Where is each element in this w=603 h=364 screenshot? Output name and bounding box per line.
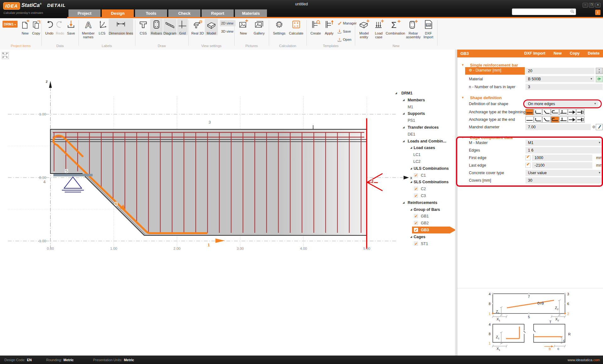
anchorage-end-hook-down-button[interactable] [534,116,542,123]
tree-expand-icon[interactable]: ◢ [403,110,405,117]
tree-item-st1[interactable]: ✔ST1 [394,240,455,247]
maximize-button[interactable]: ❐ [589,3,594,8]
tree-item-m1[interactable]: M1 [394,104,455,110]
tree-item-de1[interactable]: DE1 [394,131,455,138]
last-edge-input[interactable]: -2100 [532,162,592,169]
tree-expand-icon[interactable]: ◢ [403,97,405,104]
template-apply-button[interactable]: Apply [323,19,335,35]
tree-item-gb1[interactable]: ✔GB1 [394,213,455,220]
view-3d-button[interactable]: 3D view [220,28,236,35]
fit-view-button[interactable] [2,52,9,59]
tree-expand-icon[interactable]: ◢ [403,124,405,131]
website-link[interactable]: www.ideastatica.com [568,358,600,362]
covers-input[interactable]: 30 [525,177,603,184]
tree-item-drm1[interactable]: ◢DRM1 [394,90,455,97]
tree-item-c3[interactable]: ✔C3 [394,192,455,199]
tree-item-ps1[interactable]: PS1 [394,117,455,124]
close-button[interactable]: ✕ [595,3,600,8]
tree-expand-icon[interactable]: ◢ [403,138,405,145]
tree-item-cages[interactable]: ◢Cages [394,233,455,240]
tree-expand-icon[interactable]: ◢ [410,233,412,240]
new-picture-button[interactable]: New [237,19,250,35]
new-load-case-button[interactable]: Load case [372,19,385,39]
calculation-settings-button[interactable]: </> Settings [272,19,286,35]
tree-item-gb2[interactable]: ✔GB2 [394,220,455,227]
tree-expand-icon[interactable]: ◢ [410,206,412,213]
save-button[interactable]: Save [65,19,77,35]
anchorage-end-end-plate-button[interactable] [576,116,584,123]
anchorage-begin-u-bend-180-button[interactable] [551,109,559,115]
anchorage-begin-straight-button[interactable] [525,109,534,115]
tree-expand-icon[interactable]: ◢ [395,90,397,97]
undo-button[interactable]: Undo [44,19,55,35]
drawing-canvas[interactable]: z [0,50,455,356]
tree-item-lc2[interactable]: LC2 [394,158,455,165]
master-dropdown[interactable]: M1▼ [525,140,603,146]
new-model-entity-button[interactable]: Model entity [357,19,371,39]
anchorage-end-head-stud-button[interactable] [559,116,568,123]
tree-item-checkbox[interactable]: ✔ [414,214,418,218]
tab-check[interactable]: Check [168,9,200,17]
tree-item-checkbox[interactable]: ✔ [414,187,418,191]
tree-item-checkbox[interactable]: ✔ [414,221,418,225]
tree-item-checkbox[interactable]: ✔ [414,194,418,198]
new-action[interactable]: New [554,50,562,57]
material-refresh-button[interactable]: ⟳ [596,76,603,82]
tree-item-checkbox[interactable]: ✔ [414,228,418,232]
diameter-input[interactable]: 20 [525,68,595,74]
tree-item-gb3[interactable]: ✔GB3 [394,227,455,233]
rebars-toggle[interactable]: Rebars [150,19,163,35]
delete-action[interactable]: Delete [588,50,600,57]
copy-action[interactable]: Copy [570,50,579,57]
tree-item-uls-combinations[interactable]: ◢ULS Combinations [394,165,455,172]
real-3d-toggle[interactable]: Real 3D [191,19,204,35]
dxf-import-action[interactable]: DXF Import [524,50,545,57]
model-toggle[interactable]: Model [205,19,218,35]
tree-item-lc1[interactable]: LC1 [394,151,455,158]
new-rebar-assembly-button[interactable]: Rebar assembly [406,19,421,39]
tree-item-group-of-bars[interactable]: ◢Group of Bars [394,206,455,213]
tree-item-reinforcements[interactable]: ◢Reinforcements [394,199,455,206]
tree-item-checkbox[interactable]: ✔ [414,173,418,177]
first-edge-input[interactable]: 1000 [532,155,592,161]
minimize-button[interactable]: ─ [583,3,588,8]
anchorage-begin-bend-45-button[interactable] [542,109,551,115]
gallery-button[interactable]: Gallery [251,19,267,35]
tree-item-loads-and-combin-[interactable]: ◢Loads and Combin... [394,138,455,145]
css-toggle[interactable]: CSS [137,19,149,35]
section-shape-definition[interactable]: ▼ Shape definition [461,95,502,100]
tree-expand-icon[interactable]: ◢ [410,179,412,185]
anchorage-end-welded-plate-button[interactable] [568,116,576,123]
anchorage-begin-hook-down-button[interactable] [534,109,542,115]
anchorage-begin-welded-plate-button[interactable] [568,109,576,115]
info-button[interactable]: i [595,10,600,15]
anchorage-begin-head-stud-button[interactable] [559,109,568,115]
lcs-toggle[interactable]: LCS [97,19,107,35]
tab-report[interactable]: Report [202,9,234,17]
material-dropdown[interactable]: B 500B▼ [525,76,595,82]
tab-tools[interactable]: Tools [135,9,167,17]
template-manager-button[interactable]: Manager [336,20,357,26]
view-2d-button[interactable]: 2D view [220,20,236,26]
search-input[interactable] [513,9,569,14]
new-project-item-button[interactable]: New [19,19,31,35]
first-edge-checkbox[interactable]: ✔ [525,155,530,160]
calculate-button[interactable]: +×÷= Calculate [287,19,305,35]
dimension-lines-toggle[interactable]: Dimension lines [109,19,133,35]
anchorage-begin-end-plate-button[interactable] [576,109,584,115]
tab-project[interactable]: Project [68,9,100,17]
tree-item-checkbox[interactable]: ✔ [414,242,418,246]
tree-item-c1[interactable]: ✔C1 [394,172,455,179]
template-open-button[interactable]: Open [336,36,357,43]
grid-toggle[interactable]: Grid [177,19,188,35]
anchorage-end-straight-button[interactable] [525,116,534,123]
member-names-toggle[interactable]: A Member names [81,19,95,39]
diagram-toggle[interactable]: Diagram [163,19,177,35]
new-combination-button[interactable]: Σ Combination [386,19,405,35]
tree-item-supports[interactable]: ◢Supports [394,110,455,117]
mandrel-edit-button[interactable] [596,124,603,130]
anchorage-end-u-bend-180-button[interactable] [551,116,559,123]
tree-item-transfer-devices[interactable]: ◢Transfer devices [394,124,455,131]
anchorage-end-bend-45-button[interactable] [542,116,551,123]
template-save-button[interactable]: Save [336,28,357,35]
